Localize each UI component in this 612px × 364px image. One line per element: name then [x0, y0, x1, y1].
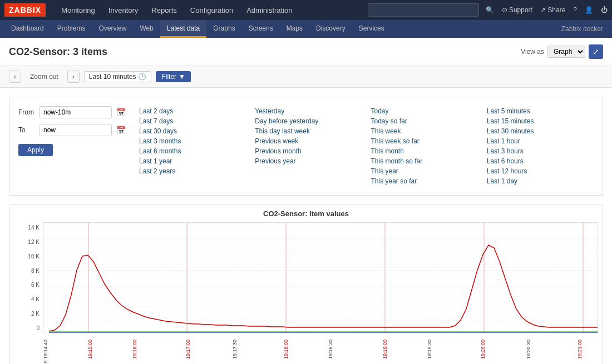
filter-icon: ▼	[179, 73, 185, 81]
y-label-8k: 8 K	[14, 268, 40, 274]
y-label-2k: 2 K	[14, 311, 40, 317]
ql-yesterday[interactable]: Yesterday	[255, 106, 362, 116]
nav-web[interactable]: Web	[133, 20, 160, 38]
ql-this-year-so-far[interactable]: This year so far	[371, 176, 478, 186]
date-inputs: From 📅 To 📅 Apply	[18, 106, 126, 186]
next-time-button[interactable]: ›	[67, 71, 80, 83]
view-as-control: View as Graph ⤢	[521, 44, 603, 59]
y-label-10k: 10 K	[14, 253, 40, 260]
time-range-label: Last 10 minutes	[89, 73, 136, 81]
view-as-select[interactable]: Graph	[547, 46, 585, 58]
ql-day-before-yesterday[interactable]: Day before yesterday	[255, 116, 362, 126]
prev-time-button[interactable]: ‹	[9, 71, 21, 83]
logo: ZABBIX	[4, 3, 46, 17]
ql-last-1-year[interactable]: Last 1 year	[139, 156, 246, 166]
ql-previous-week[interactable]: Previous week	[255, 136, 362, 146]
x-axis-labels: 11:19 19:14:40 19:15:00 19:16:00 19:17:0…	[43, 336, 598, 364]
ql-this-month[interactable]: This month	[371, 146, 478, 156]
ql-previous-month[interactable]: Previous month	[255, 146, 362, 156]
nav-screens[interactable]: Screens	[242, 20, 280, 38]
quick-links-col1: Last 2 days Last 7 days Last 30 days Las…	[139, 106, 246, 186]
fullscreen-button[interactable]: ⤢	[589, 44, 603, 59]
help-icon[interactable]: ?	[573, 6, 577, 14]
y-label-0: 0	[14, 325, 40, 331]
ql-this-week[interactable]: This week	[371, 126, 478, 136]
to-input[interactable]	[40, 124, 112, 136]
view-as-label: View as	[521, 48, 544, 56]
nav-latest-data[interactable]: Latest data	[160, 20, 206, 38]
nav-discovery[interactable]: Discovery	[309, 20, 352, 38]
nav-configuration[interactable]: Configuration	[184, 0, 240, 20]
nav-right-icons: 🔍 ⊙ Support ↗ Share ? 👤 ⏻	[486, 6, 608, 14]
share-link[interactable]: ↗ Share	[540, 6, 565, 14]
ql-today-so-far[interactable]: Today so far	[371, 116, 478, 126]
clock-icon: 🕐	[138, 73, 146, 81]
y-label-12k: 12 K	[14, 239, 40, 245]
ql-last-30-minutes[interactable]: Last 30 minutes	[487, 126, 594, 136]
nav-administration[interactable]: Administration	[240, 0, 299, 20]
y-label-14k: 14 K	[14, 225, 40, 231]
chart-title: CO2-Sensor: Item values	[14, 210, 598, 218]
quick-links: Last 2 days Last 7 days Last 30 days Las…	[139, 106, 594, 186]
ql-this-year[interactable]: This year	[371, 166, 478, 176]
ql-this-month-so-far[interactable]: This month so far	[371, 156, 478, 166]
quick-links-col4: Last 5 minutes Last 15 minutes Last 30 m…	[487, 106, 594, 186]
ql-this-week-so-far[interactable]: This week so far	[371, 136, 478, 146]
chart-svg-container: 11:19 19:14:40 19:15:00 19:16:00 19:17:0…	[43, 222, 598, 364]
nav-problems[interactable]: Problems	[51, 20, 92, 38]
quick-links-col3: Today Today so far This week This week s…	[371, 106, 478, 186]
ql-previous-year[interactable]: Previous year	[255, 156, 362, 166]
to-row: To 📅	[18, 124, 126, 136]
page-title: CO2-Sensor: 3 items	[9, 46, 107, 58]
support-link[interactable]: ⊙ Support	[502, 6, 532, 14]
nav-services[interactable]: Services	[352, 20, 391, 38]
ql-last-2-years[interactable]: Last 2 years	[139, 166, 246, 176]
y-axis: 14 K 12 K 10 K 8 K 6 K 4 K 2 K 0	[14, 222, 43, 333]
page-wrapper: ZABBIX Monitoring Inventory Reports Conf…	[0, 0, 612, 364]
ql-this-day-last-week[interactable]: This day last week	[255, 126, 362, 136]
chart-wrapper: 14 K 12 K 10 K 8 K 6 K 4 K 2 K 0	[14, 222, 598, 364]
top-nav-items: Monitoring Inventory Reports Configurati…	[55, 0, 367, 20]
nav-overview[interactable]: Overview	[92, 20, 133, 38]
ql-last-7-days[interactable]: Last 7 days	[139, 116, 246, 126]
search-icon[interactable]: 🔍	[486, 6, 494, 14]
svg-rect-0	[43, 223, 598, 333]
ql-last-15-minutes[interactable]: Last 15 minutes	[487, 116, 594, 126]
ql-today[interactable]: Today	[371, 106, 478, 116]
time-filter-bar: ‹ Zoom out › Last 10 minutes 🕐 Filter ▼	[0, 66, 612, 88]
ql-last-3-hours[interactable]: Last 3 hours	[487, 146, 594, 156]
chart-container: CO2-Sensor: Item values 14 K 12 K 10 K 8…	[9, 205, 603, 364]
nav-reports[interactable]: Reports	[145, 0, 184, 20]
zoom-out-label: Zoom out	[26, 73, 63, 81]
power-icon[interactable]: ⏻	[601, 6, 608, 14]
quick-links-col2: Yesterday Day before yesterday This day …	[255, 106, 362, 186]
time-range-display: Last 10 minutes 🕐	[84, 71, 152, 82]
nav-maps[interactable]: Maps	[280, 20, 309, 38]
to-calendar-icon[interactable]: 📅	[116, 126, 126, 134]
user-icon[interactable]: 👤	[585, 6, 593, 14]
page-header: CO2-Sensor: 3 items View as Graph ⤢	[0, 38, 612, 66]
ql-last-6-months[interactable]: Last 6 months	[139, 146, 246, 156]
zabbix-instance: Zabbix docker	[561, 25, 608, 33]
ql-last-2-days[interactable]: Last 2 days	[139, 106, 246, 116]
nav-inventory[interactable]: Inventory	[102, 0, 145, 20]
ql-last-3-months[interactable]: Last 3 months	[139, 136, 246, 146]
from-calendar-icon[interactable]: 📅	[116, 108, 126, 117]
ql-last-1-hour[interactable]: Last 1 hour	[487, 136, 594, 146]
ql-last-30-days[interactable]: Last 30 days	[139, 126, 246, 136]
ql-last-12-hours[interactable]: Last 12 hours	[487, 166, 594, 176]
ql-last-6-hours[interactable]: Last 6 hours	[487, 156, 594, 166]
ql-last-5-minutes[interactable]: Last 5 minutes	[487, 106, 594, 116]
apply-button[interactable]: Apply	[18, 144, 53, 156]
ql-last-1-day[interactable]: Last 1 day	[487, 176, 594, 186]
nav-dashboard[interactable]: Dashboard	[4, 20, 51, 38]
nav-graphs[interactable]: Graphs	[206, 20, 241, 38]
from-input[interactable]	[40, 106, 112, 118]
from-label: From	[18, 108, 35, 116]
search-input[interactable]	[368, 3, 479, 17]
nav-right: 🔍 ⊙ Support ↗ Share ? 👤 ⏻	[368, 3, 608, 17]
main-content: From 📅 To 📅 Apply Last 2 days Last 7 day…	[0, 88, 612, 364]
to-label: To	[18, 126, 35, 134]
nav-monitoring[interactable]: Monitoring	[55, 0, 102, 20]
filter-button[interactable]: Filter ▼	[156, 71, 191, 82]
